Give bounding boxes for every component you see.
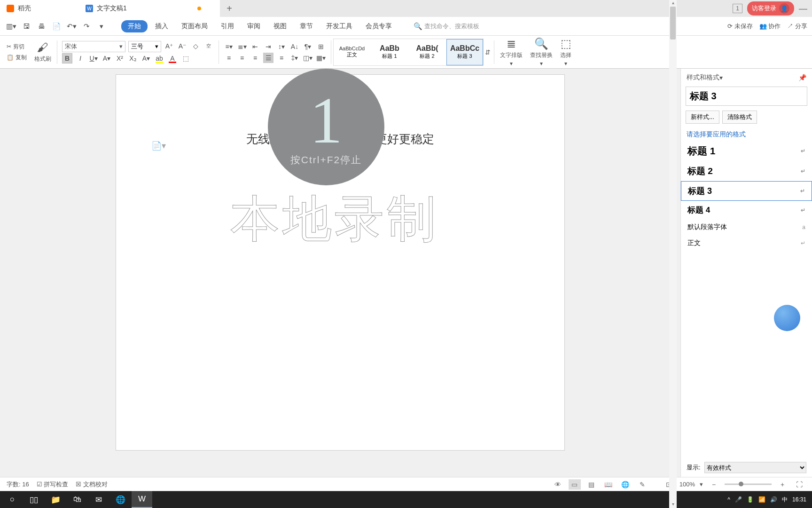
tab-docer[interactable]: 稻壳 (0, 0, 79, 17)
superscript-button[interactable]: X² (115, 53, 125, 64)
style-gallery-expand[interactable]: ⇵ (484, 47, 492, 57)
paragraph-mark-button[interactable]: ¶▾ (303, 41, 313, 52)
mic-icon[interactable]: 🎤 (735, 496, 742, 503)
outline-view-icon[interactable]: ▤ (586, 479, 598, 490)
text-effects-button[interactable]: A▾ (141, 53, 151, 64)
find-replace-button[interactable]: 🔍 查找替换▾ (526, 35, 556, 69)
justify-button[interactable]: ☰ (263, 53, 273, 63)
wps-icon[interactable]: W (132, 491, 152, 508)
current-style[interactable]: 标题 3 (686, 87, 807, 106)
list-item[interactable]: 默认段落字体a (681, 219, 812, 235)
save-icon[interactable]: 🖫 (20, 20, 33, 33)
battery-icon[interactable]: 🔋 (747, 496, 754, 503)
scroll-up-icon[interactable]: ▴ (669, 0, 677, 7)
style-heading2[interactable]: AaBb( 标题 2 (409, 39, 445, 65)
ime-indicator[interactable]: 中 (782, 496, 788, 504)
select-button[interactable]: ⬚ 选择▾ (556, 35, 575, 69)
eye-icon[interactable]: 👁 (552, 479, 564, 490)
chrome-icon[interactable]: 🌐 (110, 491, 131, 508)
menu-layout[interactable]: 页面布局 (176, 20, 213, 32)
tray-chevron-icon[interactable]: ^ (727, 496, 730, 503)
collab-button[interactable]: 👥 协作 (759, 22, 781, 31)
zoom-value[interactable]: 100% (679, 481, 695, 488)
zoom-out-button[interactable]: − (708, 479, 720, 490)
search-input[interactable]: 🔍 查找命令、搜索模板 (414, 22, 508, 31)
text-direction-button[interactable]: ↕▾ (276, 41, 287, 52)
zoom-in-button[interactable]: + (776, 479, 789, 490)
subscript-button[interactable]: X₂ (128, 53, 138, 64)
align-right-button[interactable]: ≡ (250, 53, 260, 63)
show-select[interactable]: 有效样式 (704, 462, 806, 473)
volume-icon[interactable]: 🔊 (770, 496, 777, 503)
align-center-button[interactable]: ≡ (237, 53, 247, 63)
style-heading3[interactable]: AaBbCc 标题 3 (446, 39, 483, 65)
list-item[interactable]: 标题 1↵ (681, 141, 812, 161)
numbering-button[interactable]: ≣▾ (237, 41, 247, 52)
wifi-icon[interactable]: 📶 (758, 496, 765, 503)
align-left-button[interactable]: ≡ (224, 53, 234, 63)
print-icon[interactable]: 🖶 (35, 20, 48, 33)
style-normal[interactable]: AaBbCcDd 正文 (334, 39, 370, 65)
grow-font-icon[interactable]: A⁺ (164, 41, 174, 51)
zoom-slider[interactable] (725, 484, 772, 485)
distribute-button[interactable]: ≡ (276, 53, 287, 63)
highlight-button[interactable]: ab (154, 53, 164, 64)
font-select[interactable]: 宋体▾ (62, 41, 125, 52)
minimize-button[interactable]: — (799, 4, 807, 14)
clock[interactable]: 16:31 (792, 496, 806, 503)
menu-review[interactable]: 审阅 (242, 20, 266, 32)
new-tab-button[interactable]: + (220, 3, 239, 14)
scroll-down-icon[interactable]: ▾ (669, 501, 677, 508)
indent-right-button[interactable]: ⇥ (263, 41, 273, 52)
clear-format-icon[interactable]: ◇ (190, 41, 201, 51)
page-nav-icon[interactable]: 📄▾ (151, 141, 166, 151)
share-button[interactable]: ↗ 分享 (787, 22, 807, 31)
bold-button[interactable]: B (62, 53, 72, 64)
task-view-icon[interactable]: ▯▯ (23, 491, 44, 508)
clear-format-button[interactable]: 清除格式 (722, 111, 757, 124)
print-preview-icon[interactable]: 📄 (50, 20, 63, 33)
font-color-button[interactable]: A (167, 53, 178, 64)
phonetic-icon[interactable]: 空 (203, 41, 214, 51)
menu-section[interactable]: 章节 (294, 20, 319, 32)
undo-icon[interactable]: ↶▾ (65, 20, 78, 33)
qat-more-icon[interactable]: ▾ (95, 20, 108, 33)
file-menu-icon[interactable]: ▥▾ (5, 20, 18, 33)
fullscreen-icon[interactable]: ⛶ (793, 479, 805, 490)
char-border-button[interactable]: ⬚ (180, 53, 191, 64)
menu-devtools[interactable]: 开发工具 (320, 20, 358, 32)
style-heading1[interactable]: AaBb 标题 1 (371, 39, 408, 65)
bullets-button[interactable]: ≡▾ (224, 41, 234, 52)
sort-button[interactable]: A↓ (289, 41, 300, 52)
doc-proof[interactable]: ☒ 文档校对 (76, 480, 108, 489)
menu-insert[interactable]: 插入 (149, 20, 174, 32)
scroll-thumb[interactable] (670, 7, 676, 40)
redo-icon[interactable]: ↷ (80, 20, 93, 33)
line-spacing-button[interactable]: ‡▾ (289, 53, 300, 63)
spell-check[interactable]: ☑ 拼写检查 (37, 480, 69, 489)
document-area[interactable]: 无线上网和有线上网哪个更好更稳定 📄▾ 1 按Ctrl+F2停止 本地录制 (0, 69, 680, 477)
menu-home[interactable]: 开始 (121, 20, 148, 32)
italic-button[interactable]: I (75, 53, 86, 64)
mail-icon[interactable]: ✉ (88, 491, 109, 508)
text-layout-button[interactable]: ≣ 文字排版▾ (496, 35, 526, 69)
tab-document[interactable]: W 文字文稿1 (79, 0, 220, 17)
pin-icon[interactable]: 📌 (798, 74, 806, 81)
menu-view[interactable]: 视图 (268, 20, 292, 32)
underline-button[interactable]: U▾ (88, 53, 99, 64)
list-item[interactable]: 标题 4↵ (681, 201, 812, 219)
shrink-font-icon[interactable]: A⁻ (177, 41, 187, 51)
borders-button[interactable]: ▦▾ (316, 53, 326, 63)
window-badge[interactable]: 1 (733, 4, 742, 13)
new-style-button[interactable]: 新样式... (686, 111, 719, 124)
format-brush-button[interactable]: 🖌 格式刷 (31, 39, 55, 65)
vertical-scrollbar[interactable]: ▴ ▾ (669, 0, 677, 508)
copy-button[interactable]: 📋 复制 (6, 53, 28, 63)
unsaved-indicator[interactable]: ⟳ 未保存 (727, 22, 753, 31)
cut-button[interactable]: ✂ 剪切 (6, 42, 28, 52)
size-select[interactable]: 三号▾ (128, 41, 161, 52)
strikethrough-button[interactable]: A▾ (102, 53, 112, 64)
web-view-icon[interactable]: 🌐 (619, 479, 632, 490)
start-button[interactable]: ○ (2, 491, 23, 508)
menu-reference[interactable]: 引用 (215, 20, 240, 32)
